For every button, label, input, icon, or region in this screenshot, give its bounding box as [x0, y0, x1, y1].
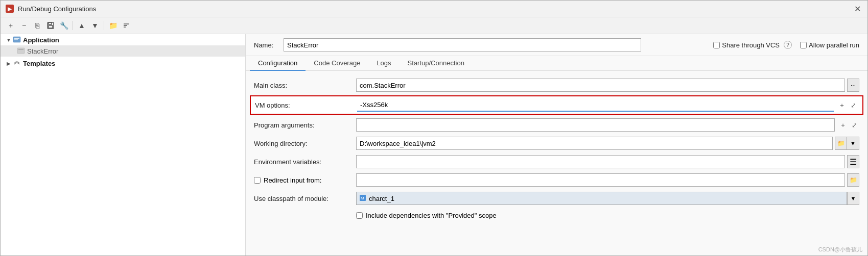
working-dir-label: Working directory: [254, 140, 356, 147]
main-content: ▼ Application StackError ▶ [1, 34, 867, 255]
title-bar: ▶ Run/Debug Configurations ✕ [1, 1, 867, 17]
templates-icon [13, 59, 21, 67]
tabs-row: Configuration Code Coverage Logs Startup… [246, 56, 867, 71]
classpath-row: Use classpath of module: M charct_1 ▼ [246, 189, 867, 208]
toolbar: + − ⎘ 🔧 ▲ ▼ 📁 [1, 17, 867, 34]
program-args-row: Program arguments: + ⤢ [246, 116, 867, 134]
move-up-button[interactable]: ▲ [76, 19, 88, 32]
redirect-input-label: Redirect input from: [264, 176, 321, 184]
redirect-input-row: Redirect input from: 📁 [246, 171, 867, 189]
env-vars-ellipsis-button[interactable]: ☰ [847, 155, 859, 168]
copy-button[interactable]: ⎘ [31, 19, 43, 32]
sort-button[interactable] [120, 19, 132, 32]
include-deps-row: Include dependencies with "Provided" sco… [246, 208, 867, 223]
svg-rect-7 [14, 38, 19, 39]
redirect-input-folder-button[interactable]: 📁 [847, 173, 859, 187]
templates-label: Templates [23, 60, 55, 67]
application-icon [13, 36, 21, 44]
include-deps-checkbox[interactable] [356, 212, 363, 219]
tab-code-coverage[interactable]: Code Coverage [306, 56, 368, 71]
name-input[interactable] [284, 38, 641, 52]
working-dir-row: Working directory: 📁 ▼ [246, 134, 867, 152]
share-vcs-label: Share through VCS [722, 41, 780, 49]
share-vcs-row: Share through VCS ? [713, 41, 792, 49]
header-options: Share through VCS ? Allow parallel run [713, 41, 859, 49]
allow-parallel-label: Allow parallel run [809, 41, 859, 49]
vm-options-label: VM options: [255, 101, 357, 109]
vm-options-expand-button[interactable]: ⤢ [848, 100, 858, 110]
toolbar-separator-2 [104, 21, 104, 30]
vm-options-add-button[interactable]: + [837, 100, 847, 110]
templates-expand-icon: ▶ [5, 61, 13, 66]
main-class-row: Main class: ··· [246, 76, 867, 94]
redirect-input-checkbox[interactable] [254, 177, 261, 184]
program-args-add-button[interactable]: + [838, 120, 848, 130]
title-bar-left: ▶ Run/Debug Configurations [6, 5, 96, 13]
add-button[interactable]: + [5, 19, 17, 32]
tab-configuration[interactable]: Configuration [250, 56, 306, 71]
dialog-title: Run/Debug Configurations [18, 5, 96, 13]
svg-rect-9 [17, 48, 25, 54]
share-vcs-checkbox[interactable] [713, 42, 720, 48]
right-panel: Name: Share through VCS ? Allow parallel… [246, 34, 867, 255]
redirect-input-field[interactable] [356, 173, 845, 187]
svg-rect-8 [14, 39, 18, 40]
save-button[interactable] [44, 19, 57, 32]
move-down-button[interactable]: ▼ [89, 19, 101, 32]
vm-options-row: VM options: + ⤢ [250, 95, 863, 115]
toolbar-separator-1 [73, 21, 73, 30]
run-debug-dialog: ▶ Run/Debug Configurations ✕ + − ⎘ 🔧 ▲ ▼… [0, 0, 868, 256]
tab-logs[interactable]: Logs [368, 56, 399, 71]
vm-options-input[interactable] [357, 98, 834, 112]
classpath-dropdown-button[interactable]: ▼ [847, 192, 859, 205]
close-button[interactable]: ✕ [852, 4, 862, 14]
program-args-expand-button[interactable]: ⤢ [849, 120, 859, 130]
include-deps-label: Include dependencies with "Provided" sco… [366, 212, 497, 219]
form-area: Main class: ··· VM options: + ⤢ [246, 71, 867, 255]
allow-parallel-row: Allow parallel run [800, 41, 859, 49]
env-vars-input[interactable] [356, 155, 845, 168]
working-dir-folder-button[interactable]: 📁 [835, 137, 847, 150]
help-icon[interactable]: ? [784, 41, 792, 49]
tree-item-templates[interactable]: ▶ Templates [1, 58, 245, 69]
allow-parallel-checkbox[interactable] [800, 42, 807, 48]
classpath-value: charct_1 [369, 195, 394, 202]
main-class-input[interactable] [356, 79, 845, 92]
env-vars-label: Environment variables: [254, 158, 356, 166]
program-args-label: Program arguments: [254, 121, 356, 129]
expand-icon: ▼ [5, 37, 13, 43]
main-class-label: Main class: [254, 82, 356, 89]
svg-rect-2 [49, 25, 53, 28]
app-icon: ▶ [6, 5, 14, 13]
remove-button[interactable]: − [18, 19, 30, 32]
svg-rect-10 [18, 49, 24, 50]
name-row: Name: Share through VCS ? Allow parallel… [246, 34, 867, 56]
program-args-input[interactable] [356, 118, 835, 132]
svg-rect-1 [49, 22, 52, 24]
program-args-actions: + ⤢ [838, 120, 859, 130]
folder-button[interactable]: 📁 [107, 19, 119, 32]
stackerror-label: StackError [27, 47, 58, 55]
name-label: Name: [254, 41, 279, 49]
main-class-ellipsis-button[interactable]: ··· [847, 79, 859, 92]
left-panel: ▼ Application StackError ▶ [1, 34, 246, 255]
tree-item-stackerror[interactable]: StackError [1, 45, 245, 57]
stackerror-icon [17, 47, 25, 55]
vm-options-actions: + ⤢ [837, 100, 858, 110]
svg-text:M: M [361, 196, 364, 200]
module-icon: M [360, 195, 366, 202]
watermark-text: CSDN@小鲁孩儿 [818, 246, 862, 253]
env-vars-row: Environment variables: ☰ [246, 152, 867, 171]
tab-startup-connection[interactable]: Startup/Connection [400, 56, 473, 71]
application-label: Application [23, 36, 59, 44]
tree-item-application[interactable]: ▼ Application [1, 34, 245, 45]
classpath-label: Use classpath of module: [254, 195, 356, 202]
settings-button[interactable]: 🔧 [58, 19, 70, 32]
working-dir-dropdown-button[interactable]: ▼ [847, 137, 859, 150]
working-dir-input[interactable] [356, 137, 833, 150]
